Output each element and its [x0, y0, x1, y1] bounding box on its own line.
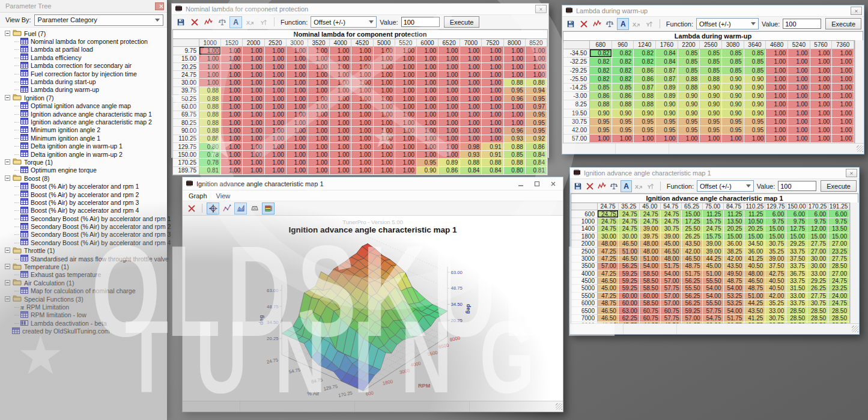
- table-cell[interactable]: 0.96: [504, 127, 526, 135]
- row-header[interactable]: 57.00: [563, 135, 590, 143]
- table-cell[interactable]: 1.00: [395, 71, 417, 79]
- execute-button[interactable]: Execute: [444, 16, 480, 28]
- minimize-button[interactable]: [512, 178, 529, 189]
- tree-folder[interactable]: Ignition (7): [0, 94, 167, 102]
- table-cell[interactable]: 40.50: [744, 263, 765, 270]
- table-cell[interactable]: 0.82: [612, 67, 634, 75]
- table-cell[interactable]: 0.95: [634, 126, 656, 135]
- table-cell[interactable]: 47.25: [598, 255, 619, 263]
- table-cell[interactable]: 20.25: [724, 225, 745, 233]
- table-cell[interactable]: 0.90: [722, 75, 744, 84]
- table-cell[interactable]: 0.93: [460, 151, 482, 159]
- table-cell[interactable]: 6.00: [828, 210, 849, 218]
- table-cell[interactable]: 1.00: [810, 58, 833, 66]
- plane-icon[interactable]: [248, 202, 261, 215]
- table-cell[interactable]: 1.00: [504, 111, 526, 119]
- table-cell[interactable]: 24.75: [640, 210, 661, 218]
- column-header[interactable]: 4520: [351, 39, 373, 47]
- row-header[interactable]: -32.25: [563, 58, 590, 66]
- table-cell[interactable]: 1.00: [308, 63, 330, 71]
- table-cell[interactable]: 1.00: [810, 67, 833, 75]
- row-header[interactable]: 69.75: [173, 111, 199, 119]
- row-header[interactable]: -34.50: [563, 49, 590, 58]
- table-cell[interactable]: 42.00: [682, 248, 703, 255]
- table-cell[interactable]: 1.00: [287, 95, 308, 103]
- table-cell[interactable]: 30.75: [807, 300, 828, 307]
- table-cell[interactable]: 30.00: [598, 233, 619, 240]
- tree-item[interactable]: Fuel correction factor by injection time: [0, 70, 167, 78]
- column-header[interactable]: 7520: [482, 39, 503, 47]
- table-cell[interactable]: 1.00: [832, 58, 854, 66]
- table-cell[interactable]: 1.00: [395, 111, 417, 119]
- table-cell[interactable]: 1.00: [351, 87, 373, 95]
- table-cell[interactable]: 1.00: [439, 95, 460, 103]
- table-cell[interactable]: 1.00: [287, 143, 308, 151]
- row-header[interactable]: 4000: [571, 270, 598, 278]
- row-header[interactable]: 189.75: [173, 167, 199, 175]
- table-cell[interactable]: 1.00: [395, 143, 417, 151]
- scale-icon[interactable]: [609, 180, 619, 192]
- table-cell[interactable]: 38.25: [724, 248, 745, 255]
- table-cell[interactable]: 1.00: [395, 63, 417, 71]
- table-cell[interactable]: 51.75: [724, 315, 745, 322]
- table-cell[interactable]: 1.00: [482, 47, 503, 55]
- table-cell[interactable]: 1.00: [417, 55, 439, 63]
- table-cell[interactable]: 1.00: [308, 135, 330, 143]
- column-header[interactable]: 170.25: [807, 203, 828, 210]
- table-cell[interactable]: 12.00: [807, 225, 828, 233]
- table-cell[interactable]: 0.90: [722, 92, 744, 100]
- table-cell[interactable]: 1.00: [460, 119, 482, 127]
- table-cell[interactable]: 58.50: [640, 270, 661, 278]
- table-cell[interactable]: 51.75: [682, 270, 703, 278]
- table-cell[interactable]: 1.00: [504, 71, 526, 79]
- tree-folder[interactable]: Special Functions (3): [0, 295, 167, 303]
- row-header[interactable]: 30.00: [173, 79, 199, 87]
- row-header[interactable]: 170.25: [173, 159, 199, 166]
- table-cell[interactable]: 1.00: [395, 55, 417, 63]
- tree-item[interactable]: Secondary Boost (% Air) by accelerator a…: [0, 231, 167, 239]
- table-cell[interactable]: 1.00: [330, 103, 351, 111]
- table-cell[interactable]: 42.00: [765, 293, 786, 300]
- table-cell[interactable]: 0.85: [612, 84, 634, 92]
- table-cell[interactable]: 1.00: [374, 135, 395, 143]
- table-cell[interactable]: 40.50: [765, 278, 786, 285]
- column-header[interactable]: 75.00: [703, 203, 724, 210]
- table-cell[interactable]: 39.00: [661, 233, 682, 240]
- row-header[interactable]: 19.50: [563, 109, 590, 118]
- row-header[interactable]: 4500: [571, 278, 598, 285]
- table-cell[interactable]: 0.88: [199, 87, 221, 95]
- legend-icon[interactable]: [262, 202, 275, 215]
- table-cell[interactable]: 1.00: [810, 75, 833, 84]
- table-cell[interactable]: 1.00: [308, 79, 330, 87]
- table-cell[interactable]: 43.50: [682, 240, 703, 248]
- table-cell[interactable]: 1.00: [439, 79, 460, 87]
- table-cell[interactable]: 0.84: [656, 49, 678, 58]
- table-cell[interactable]: 0.95: [722, 126, 744, 135]
- table-cell[interactable]: 1.00: [330, 167, 351, 175]
- table-cell[interactable]: 0.88: [678, 75, 700, 84]
- expand-icon[interactable]: [5, 159, 10, 166]
- table-cell[interactable]: 33.75: [786, 278, 807, 285]
- table-cell[interactable]: 1.00: [374, 79, 395, 87]
- table-cell[interactable]: 0.97: [526, 103, 547, 111]
- table-cell[interactable]: 0.88: [482, 159, 503, 166]
- table-cell[interactable]: 1.00: [439, 103, 460, 111]
- table-cell[interactable]: 1.00: [243, 103, 264, 111]
- table-cell[interactable]: 59.25: [619, 285, 640, 292]
- expand-icon[interactable]: [5, 263, 10, 270]
- table-cell[interactable]: 24.75: [661, 210, 682, 218]
- table-cell[interactable]: 1.00: [832, 67, 854, 75]
- row-header[interactable]: -14.25: [563, 84, 590, 92]
- close-icon[interactable]: [155, 2, 164, 10]
- table-cell[interactable]: 0.90: [656, 109, 678, 118]
- table-cell[interactable]: 0.82: [634, 58, 656, 66]
- table-cell[interactable]: 1.00: [526, 47, 547, 55]
- table-cell[interactable]: 0.88: [199, 135, 221, 143]
- table-cell[interactable]: 1.00: [287, 63, 308, 71]
- table-cell[interactable]: 1.00: [766, 100, 788, 109]
- table-cell[interactable]: 0.88: [700, 75, 722, 84]
- table-cell[interactable]: 0.85: [744, 58, 766, 66]
- column-header[interactable]: 1520: [221, 39, 243, 47]
- table-cell[interactable]: 1.00: [439, 143, 460, 151]
- close-icon[interactable]: [851, 7, 862, 15]
